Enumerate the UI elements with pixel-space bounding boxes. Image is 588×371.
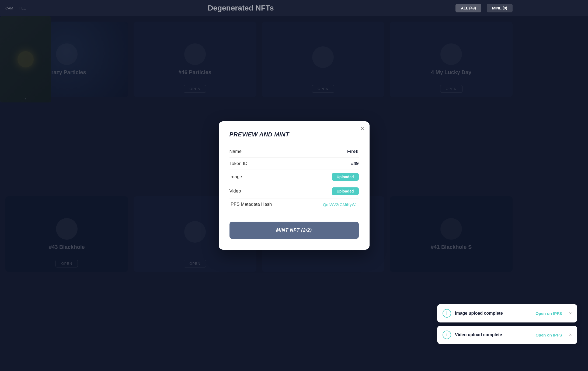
video-notif-close-button[interactable]: ×	[569, 332, 572, 338]
image-upload-notification: i Image upload complete Open on IPFS ×	[437, 304, 577, 322]
ipfs-label: IPFS Metadata Hash	[229, 202, 272, 207]
token-id-row: Token ID #49	[229, 158, 359, 170]
name-value: Fire!!	[347, 149, 359, 154]
token-id-label: Token ID	[229, 161, 248, 166]
video-row: Video Uploaded	[229, 184, 359, 198]
token-id-value: #49	[351, 161, 359, 166]
preview-mint-modal: × PREVIEW AND MINT Name Fire!! Token ID …	[219, 121, 370, 250]
notifications-panel: i Image upload complete Open on IPFS × i…	[437, 304, 577, 344]
ipfs-hash-link[interactable]: QmWV2rGMiKyW...	[323, 202, 359, 207]
video-uploaded-badge: Uploaded	[332, 187, 359, 195]
image-uploaded-badge: Uploaded	[332, 173, 359, 181]
info-icon: i	[443, 309, 451, 318]
modal-close-button[interactable]: ×	[361, 126, 364, 132]
video-upload-text: Video upload complete	[455, 332, 532, 337]
name-row: Name Fire!!	[229, 146, 359, 158]
image-open-ipfs-link[interactable]: Open on IPFS	[535, 311, 562, 316]
modal-divider	[229, 216, 359, 216]
name-label: Name	[229, 149, 242, 154]
image-label: Image	[229, 174, 242, 180]
video-open-ipfs-link[interactable]: Open on IPFS	[535, 333, 562, 337]
video-upload-notification: i Video upload complete Open on IPFS ×	[437, 326, 577, 344]
ipfs-row: IPFS Metadata Hash QmWV2rGMiKyW...	[229, 198, 359, 211]
mint-nft-button[interactable]: MINT NFT (2/2)	[229, 222, 359, 239]
info-icon: i	[443, 331, 451, 339]
image-upload-text: Image upload complete	[455, 311, 532, 316]
image-notif-close-button[interactable]: ×	[569, 311, 572, 316]
image-row: Image Uploaded	[229, 170, 359, 184]
video-label: Video	[229, 188, 241, 194]
modal-title: PREVIEW AND MINT	[229, 131, 359, 138]
